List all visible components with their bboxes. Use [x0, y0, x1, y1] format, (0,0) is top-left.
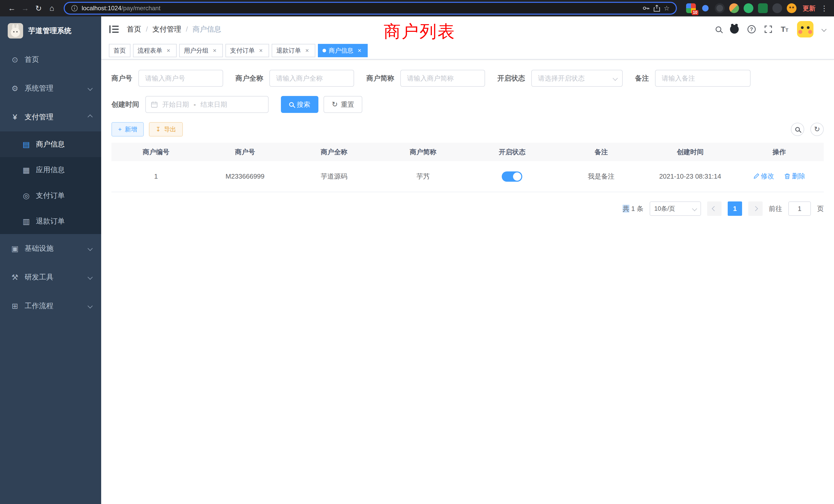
tab-close-icon[interactable]: ×	[165, 47, 172, 54]
help-icon[interactable]: ?	[747, 25, 756, 33]
tab-refund-order[interactable]: 退款订单 ×	[272, 44, 315, 57]
date-start-placeholder: 开始日期	[162, 100, 189, 109]
avatar[interactable]	[797, 21, 813, 38]
share-icon[interactable]	[654, 5, 660, 12]
status-select[interactable]	[531, 70, 623, 87]
tab-merchant-info[interactable]: 商户信息 ×	[318, 44, 368, 57]
password-key-icon[interactable]	[642, 5, 650, 12]
field-label: 开启状态	[497, 74, 525, 83]
sidebar-item-refund-order[interactable]: ▥ 退款订单	[0, 208, 101, 234]
search-button[interactable]: 搜索	[281, 96, 319, 113]
active-tab-dot	[323, 49, 326, 52]
extension-icon[interactable]	[758, 3, 768, 13]
tab-process-form[interactable]: 流程表单 ×	[133, 44, 177, 57]
tab-close-icon[interactable]: ×	[211, 47, 218, 54]
extension-icon[interactable]	[715, 3, 725, 13]
tab-close-icon[interactable]: ×	[257, 47, 264, 54]
sidebar-toggle-icon[interactable]	[109, 25, 118, 33]
table-toolbar: + 新增 ↧ 导出 ↻	[111, 122, 824, 137]
export-button[interactable]: ↧ 导出	[149, 122, 183, 137]
current-page-button[interactable]: 1	[728, 202, 742, 216]
sidebar-item-label: 首页	[25, 55, 39, 64]
cell-short-name: 芋艿	[378, 161, 467, 192]
breadcrumb-payment[interactable]: 支付管理	[153, 24, 181, 34]
tab-user-group[interactable]: 用户分组 ×	[179, 44, 223, 57]
edit-link[interactable]: 修改	[753, 172, 774, 181]
sidebar-item-pay-order[interactable]: ◎ 支付订单	[0, 183, 101, 208]
browser-forward-button[interactable]: →	[19, 2, 32, 15]
url-bar[interactable]: localhost:1024/pay/merchant ☆	[64, 2, 677, 15]
tab-close-icon[interactable]: ×	[304, 47, 311, 54]
show-search-button[interactable]	[791, 123, 804, 136]
browser-home-button[interactable]: ⌂	[45, 2, 59, 15]
sidebar-item-label: 退款订单	[36, 216, 65, 226]
fullscreen-icon[interactable]	[764, 25, 772, 33]
sidebar-item-system[interactable]: ⚙ 系统管理	[0, 74, 101, 102]
url-text[interactable]: localhost:1024/pay/merchant	[82, 5, 160, 12]
sidebar-item-workflow[interactable]: ⊞ 工作流程	[0, 292, 101, 320]
app-logo[interactable]: 芋道管理系统	[0, 17, 101, 45]
edit-pencil-icon	[753, 173, 759, 179]
site-info-icon[interactable]	[71, 5, 78, 12]
sidebar-item-devtools[interactable]: ⚒ 研发工具	[0, 263, 101, 292]
tab-home[interactable]: 首页	[109, 44, 130, 57]
sidebar-item-payment[interactable]: ¥ 支付管理	[0, 102, 101, 131]
date-range-input[interactable]: 开始日期 - 结束日期	[145, 96, 269, 113]
sidebar-item-infra[interactable]: ▣ 基础设施	[0, 234, 101, 263]
field-label: 创建时间	[111, 100, 139, 109]
reset-button[interactable]: ↻ 重置	[324, 96, 362, 113]
extension-icon[interactable]	[787, 3, 796, 13]
github-icon[interactable]	[730, 25, 739, 33]
font-size-icon[interactable]: TT	[781, 25, 788, 33]
short-name-input[interactable]	[400, 70, 485, 87]
status-toggle[interactable]	[502, 171, 522, 182]
search-icon[interactable]	[716, 26, 721, 32]
search-button-label: 搜索	[297, 100, 310, 109]
bookmark-star-icon[interactable]: ☆	[664, 4, 670, 12]
col-header-create-time: 创建时间	[646, 143, 735, 161]
browser-menu-icon[interactable]: ⋮	[820, 4, 829, 13]
payment-submenu: ▤ 商户信息 ▦ 应用信息 ◎ 支付订单 ▥ 退款订单	[0, 131, 101, 234]
full-name-input[interactable]	[269, 70, 354, 87]
delete-link[interactable]: 删除	[784, 172, 805, 181]
breadcrumb-separator: /	[186, 25, 188, 33]
sidebar-item-label: 基础设施	[25, 244, 53, 253]
date-end-placeholder: 结束日期	[200, 100, 227, 109]
breadcrumb-home[interactable]: 首页	[127, 24, 141, 34]
sidebar-item-home[interactable]: ⊙ 首页	[0, 45, 101, 74]
download-icon: ↧	[156, 126, 161, 133]
next-page-button[interactable]	[748, 202, 763, 216]
table-row: 1 M233666999 芋道源码 芋艿 我是备注 2021-10-23 08:…	[111, 161, 824, 192]
prev-page-button[interactable]	[707, 202, 722, 216]
merchant-no-input[interactable]	[138, 70, 223, 87]
browser-reload-button[interactable]: ↻	[32, 2, 45, 15]
field-label: 商户号	[111, 74, 132, 83]
reset-button-label: 重置	[341, 100, 354, 109]
tab-label: 首页	[113, 46, 126, 55]
sidebar-item-merchant-info[interactable]: ▤ 商户信息	[0, 131, 101, 157]
extension-icon[interactable]: 10	[686, 3, 696, 13]
app-title: 芋道管理系统	[28, 26, 71, 36]
tab-label: 用户分组	[184, 46, 208, 55]
add-button[interactable]: + 新增	[111, 122, 144, 137]
col-header-status: 开启状态	[467, 143, 557, 161]
page-size-select[interactable]: 10条/页	[650, 202, 701, 216]
breadcrumb-current: 商户信息	[193, 24, 221, 34]
browser-update-button[interactable]: 更新	[803, 4, 815, 13]
col-header-actions: 操作	[734, 143, 824, 161]
goto-page-input[interactable]	[788, 202, 811, 216]
extension-icon[interactable]	[772, 3, 782, 13]
extension-icon[interactable]	[701, 3, 710, 13]
avatar-dropdown-icon[interactable]	[821, 27, 827, 32]
sidebar-item-app-info[interactable]: ▦ 应用信息	[0, 157, 101, 183]
remark-input[interactable]	[655, 70, 750, 87]
chevron-left-icon	[712, 206, 717, 211]
extension-icon[interactable]	[729, 3, 739, 13]
tags-view-bar: 首页 流程表单 × 用户分组 × 支付订单 × 退款订单 × 商户信息 ×	[101, 42, 834, 60]
sidebar-item-label: 商户信息	[36, 139, 65, 149]
tab-pay-order[interactable]: 支付订单 ×	[225, 44, 269, 57]
extension-icon[interactable]	[744, 3, 753, 13]
tab-close-icon[interactable]: ×	[356, 47, 363, 54]
browser-back-button[interactable]: ←	[5, 2, 19, 15]
refresh-table-button[interactable]: ↻	[810, 123, 824, 136]
